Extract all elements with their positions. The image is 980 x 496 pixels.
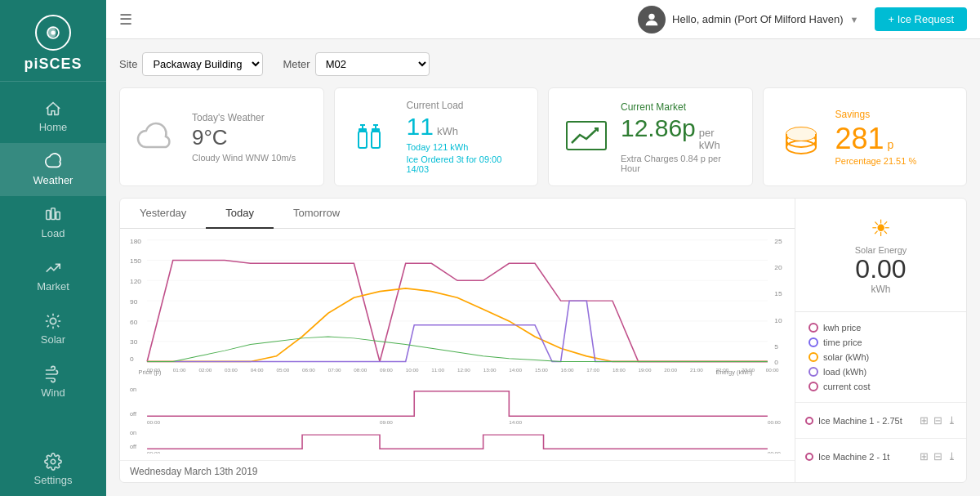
ice-machine-2-label: Ice Machine 2 - 1t	[805, 452, 889, 462]
svg-text:off: off	[130, 412, 136, 418]
ice-machine-1-dot	[805, 417, 813, 425]
ice-machine-1-section: Ice Machine 1 - 2.75t ⊞ ⊟ ⤓	[795, 402, 966, 438]
meter-label: Meter	[283, 58, 310, 70]
market-unit: per kWh	[699, 127, 737, 151]
ice-machine-2-download-icon[interactable]: ⤓	[947, 450, 956, 462]
svg-text:15:00: 15:00	[535, 368, 548, 373]
sidebar-item-market[interactable]: Market	[0, 249, 106, 302]
ice-machine-1-share-icon[interactable]: ⊟	[933, 414, 942, 427]
ice-machine-1-copy-icon[interactable]: ⊞	[920, 414, 929, 427]
content-area: Site Packaway Building Meter M02 Toda	[106, 39, 980, 496]
chart-sidebar: ☀ Solar Energy 0.00 kWh kwh price time p…	[795, 199, 966, 482]
svg-text:06:00: 06:00	[302, 368, 315, 373]
legend-time-price: time price	[808, 335, 953, 350]
svg-rect-19	[372, 128, 380, 132]
ice-machine-1-text: Ice Machine 1 - 2.75t	[818, 416, 902, 426]
ice-machine-1-label: Ice Machine 1 - 2.75t	[805, 416, 902, 426]
sidebar-weather-label: Weather	[33, 174, 74, 186]
solar-value: 0.00	[812, 255, 950, 284]
chart-legend: kwh price time price solar (kWh) load (k…	[795, 312, 966, 402]
ice-machine-2-row: Ice Machine 2 - 1t ⊞ ⊟ ⤓	[805, 445, 956, 467]
ice-request-button[interactable]: + Ice Request	[875, 7, 967, 31]
svg-text:120: 120	[130, 278, 142, 285]
sidebar-item-wind[interactable]: Wind	[0, 355, 106, 409]
svg-point-5	[50, 318, 56, 324]
load-value: 11	[407, 113, 434, 140]
svg-text:00:00: 00:00	[766, 368, 779, 373]
svg-rect-3	[51, 208, 56, 220]
weather-temp: 9°C	[192, 125, 309, 150]
legend-kwh-price: kwh price	[808, 320, 953, 335]
solar-sun-icon: ☀	[812, 215, 950, 242]
main-chart-svg: 180 150 120 90 60 30 0 25 20 15 10 5 0	[130, 235, 785, 454]
market-card: Current Market 12.86p per kWh Extra Char…	[548, 87, 753, 186]
market-value: 12.86p	[621, 114, 696, 142]
svg-text:14:00: 14:00	[509, 368, 522, 373]
tab-today[interactable]: Today	[206, 199, 274, 229]
sidebar-item-load[interactable]: Load	[0, 196, 106, 249]
sidebar: piSCES Home Weather Load Market Solar Wi…	[0, 0, 106, 496]
legend-solar: solar (kWh)	[808, 350, 953, 364]
meter-select[interactable]: M02	[315, 52, 430, 76]
filter-bar: Site Packaway Building Meter M02	[119, 52, 967, 76]
cards-row: Today's Weather 9°C Cloudy Wind WNW 10m/…	[119, 87, 967, 186]
site-select[interactable]: Packaway Building	[142, 52, 263, 76]
chart-canvas-area: 180 150 120 90 60 30 0 25 20 15 10 5 0	[120, 229, 795, 460]
svg-text:16:00: 16:00	[561, 368, 574, 373]
legend-load: load (kWh)	[808, 364, 953, 379]
svg-text:on: on	[130, 387, 136, 392]
svg-rect-2	[47, 211, 51, 220]
user-dropdown-icon: ▼	[850, 15, 859, 25]
hamburger-menu[interactable]: ☰	[119, 11, 132, 29]
user-menu[interactable]: Hello, admin (Port Of Milford Haven) ▼	[638, 6, 858, 34]
sidebar-item-weather[interactable]: Weather	[0, 143, 106, 196]
ice-machine-2-copy-icon[interactable]: ⊞	[920, 450, 929, 462]
savings-unit: p	[888, 138, 894, 151]
sidebar-item-home[interactable]: Home	[0, 90, 106, 143]
ice-machine-1-row: Ice Machine 1 - 2.75t ⊞ ⊟ ⤓	[805, 409, 956, 431]
tab-tomorrow[interactable]: Tomorrow	[274, 199, 359, 229]
sidebar-settings-label: Settings	[34, 474, 73, 486]
svg-text:02:00: 02:00	[198, 368, 212, 373]
ice-machine-1-download-icon[interactable]: ⤓	[947, 414, 956, 427]
load-dot	[808, 367, 818, 377]
savings-sub: Percentage 21.51 %	[835, 156, 952, 166]
svg-text:00:00: 00:00	[768, 420, 781, 425]
user-greeting: Hello, admin (Port Of Milford Haven)	[672, 13, 844, 25]
time-price-dot	[808, 337, 818, 347]
chart-main: Yesterday Today Tomorrow 180 150 120 90 …	[120, 199, 795, 482]
svg-text:18:00: 18:00	[612, 368, 626, 373]
svg-point-14	[51, 459, 56, 464]
legend-solar-label: solar (kWh)	[823, 352, 869, 362]
ice-machine-2-share-icon[interactable]: ⊟	[933, 450, 942, 462]
svg-text:60: 60	[130, 319, 138, 326]
legend-current-cost: current cost	[808, 379, 953, 394]
kwh-price-dot	[808, 323, 818, 333]
svg-text:150: 150	[130, 258, 142, 266]
svg-text:04:00: 04:00	[251, 368, 264, 373]
svg-text:off: off	[130, 445, 136, 450]
svg-text:14:00: 14:00	[509, 420, 522, 425]
svg-rect-16	[359, 132, 367, 148]
svg-text:00:00: 00:00	[768, 451, 781, 454]
svg-text:15: 15	[774, 291, 782, 298]
svg-text:09:00: 09:00	[380, 420, 393, 425]
sidebar-item-settings[interactable]: Settings	[0, 443, 106, 496]
tab-yesterday[interactable]: Yesterday	[120, 199, 206, 229]
svg-text:23:00: 23:00	[742, 368, 755, 373]
svg-text:0: 0	[774, 360, 778, 367]
weather-icon	[135, 114, 180, 160]
user-avatar	[638, 6, 666, 34]
weather-card: Today's Weather 9°C Cloudy Wind WNW 10m/…	[119, 87, 324, 186]
solar-panel: ☀ Solar Energy 0.00 kWh	[795, 199, 966, 312]
logo-area: piSCES	[0, 0, 106, 82]
site-filter: Site Packaway Building	[119, 52, 263, 76]
chart-date: Wednesday March 13th 2019	[120, 460, 795, 482]
solar-unit: kWh	[812, 284, 950, 295]
svg-text:13:00: 13:00	[483, 368, 497, 373]
load-title: Current Load	[407, 100, 523, 111]
savings-card: Savings 281 p Percentage 21.51 %	[763, 87, 968, 186]
ice-machine-2-icons: ⊞ ⊟ ⤓	[920, 450, 956, 462]
sidebar-item-solar[interactable]: Solar	[0, 302, 106, 355]
ice-machine-1-icons: ⊞ ⊟ ⤓	[920, 414, 956, 427]
